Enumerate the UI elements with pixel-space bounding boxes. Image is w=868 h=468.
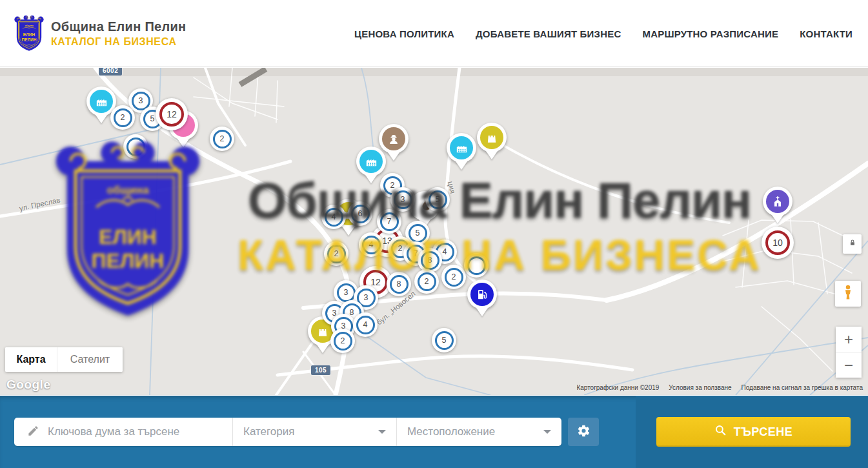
gear-icon (577, 424, 590, 440)
site-subtitle: КАТАЛОГ НА БИЗНЕСА (51, 36, 187, 48)
cluster-count: 2 (418, 272, 436, 291)
cluster-marker[interactable]: 4 (321, 205, 346, 229)
cluster-count (467, 256, 486, 275)
cluster-marker[interactable] (123, 134, 148, 159)
cluster-marker[interactable]: 6 (348, 201, 372, 226)
map-attribution: Картографски данни ©2019 Условия за полз… (576, 384, 863, 391)
advanced-search-button[interactable] (568, 418, 599, 446)
cluster-count (126, 137, 145, 156)
category-dropdown[interactable]: Категория (232, 418, 396, 446)
cluster-count: 4 (325, 208, 343, 227)
nav-contacts[interactable]: КОНТАКТИ (800, 28, 853, 39)
cluster-marker[interactable]: 4 (359, 232, 383, 257)
cluster-marker[interactable]: 2 (210, 127, 234, 151)
cluster-count: 3 (394, 190, 412, 209)
cluster-count: 3 (337, 283, 356, 302)
search-box: Категория Местоположение (14, 418, 561, 446)
header: Община Елин Пелин КАТАЛОГ НА БИЗНЕСА ЦЕН… (0, 0, 868, 67)
lock-icon (848, 238, 857, 250)
cluster-marker[interactable]: 7 (377, 209, 401, 234)
cluster-marker[interactable]: 2 (110, 105, 135, 130)
site-title: Община Елин Пелин (51, 19, 187, 34)
search-button-label: ТЪРСЕНЕ (734, 425, 793, 439)
page: Община Елин Пелин КАТАЛОГ НА БИЗНЕСА ЦЕН… (0, 0, 868, 468)
cluster-count: 8 (390, 275, 409, 294)
search-icon (714, 424, 727, 440)
map-type-control: Карта Сателит (5, 347, 123, 372)
map-type-map-button[interactable]: Карта (5, 347, 57, 372)
zoom-control: + − (836, 327, 862, 378)
cluster-marker[interactable]: 8 (418, 248, 442, 272)
cluster-marker[interactable]: 2 (414, 269, 439, 294)
map-type-satellite-button[interactable]: Сателит (57, 347, 123, 372)
pegman-icon (840, 284, 856, 303)
attribution-report-link[interactable]: Подаване на сигнал за грешка в картата (742, 384, 863, 391)
cluster-marker[interactable]: 8 (387, 272, 411, 296)
map[interactable]: 6002105 ул. Преславбул. „Новоселция 3251… (0, 68, 868, 395)
nav-pricing-policy[interactable]: ЦЕНОВА ПОЛИТИКА (354, 28, 454, 39)
cluster-marker[interactable]: 5 (425, 187, 450, 212)
keyword-section (14, 418, 232, 446)
cluster-count: 2 (213, 130, 232, 148)
cluster-count: 5 (429, 190, 447, 209)
cluster-marker[interactable]: 2 (330, 329, 355, 353)
clusters-layer: 325122235641375422748128223338342510 (0, 68, 868, 395)
search-button[interactable]: ТЪРСЕНЕ (656, 417, 851, 447)
cluster-count: 10 (765, 230, 790, 255)
chevron-down-icon (543, 430, 551, 434)
location-dropdown-label: Местоположение (407, 425, 495, 438)
cluster-marker[interactable]: 12 (156, 98, 188, 130)
category-dropdown-label: Категория (243, 425, 294, 438)
cluster-count: 2 (334, 332, 352, 351)
cluster-count: 2 (114, 108, 132, 127)
cluster-marker[interactable]: 10 (762, 227, 794, 259)
cluster-count: 6 (351, 205, 370, 223)
keyword-input[interactable] (48, 425, 232, 438)
cluster-count: 2 (445, 268, 463, 287)
brand[interactable]: Община Елин Пелин КАТАЛОГ НА БИЗНЕСА (14, 15, 187, 52)
lock-control-button[interactable] (843, 234, 862, 254)
cluster-marker[interactable]: 2 (324, 241, 348, 266)
search-bar: ТЪРСЕНЕ Категория Местоположение (0, 396, 868, 468)
cluster-count: 2 (327, 245, 346, 263)
cluster-marker[interactable] (464, 253, 489, 278)
cluster-count: 7 (380, 212, 399, 231)
nav-route-schedule[interactable]: МАРШРУТНО РАЗПИСАНИЕ (642, 28, 778, 39)
attribution-terms-link[interactable]: Условия за ползване (669, 384, 731, 391)
cluster-marker[interactable]: 5 (432, 328, 456, 352)
search-bar-right-panel: ТЪРСЕНЕ (636, 396, 868, 468)
cluster-count: 12 (159, 102, 184, 127)
cluster-count: 4 (356, 316, 375, 334)
location-dropdown[interactable]: Местоположение (396, 418, 561, 446)
municipality-crest-logo (14, 15, 44, 52)
attribution-copyright: Картографски данни ©2019 (576, 384, 659, 391)
cluster-marker[interactable]: 3 (390, 187, 415, 212)
pencil-icon (27, 425, 39, 440)
cluster-marker[interactable]: 2 (441, 265, 466, 289)
nav-add-your-business[interactable]: ДОБАВЕТЕ ВАШИЯТ БИЗНЕС (476, 28, 621, 39)
zoom-in-button[interactable]: + (836, 327, 862, 352)
cluster-marker[interactable]: 4 (353, 312, 378, 337)
street-view-pegman-button[interactable] (835, 281, 861, 307)
cluster-count: 5 (409, 224, 427, 243)
main-nav: ЦЕНОВА ПОЛИТИКА ДОБАВЕТЕ ВАШИЯТ БИЗНЕС М… (354, 0, 853, 67)
google-logo[interactable]: Google (6, 378, 50, 392)
cluster-count: 5 (435, 331, 454, 350)
zoom-out-button[interactable]: − (836, 352, 862, 378)
cluster-count: 8 (421, 251, 439, 270)
cluster-count: 4 (362, 236, 381, 254)
chevron-down-icon (378, 430, 386, 434)
